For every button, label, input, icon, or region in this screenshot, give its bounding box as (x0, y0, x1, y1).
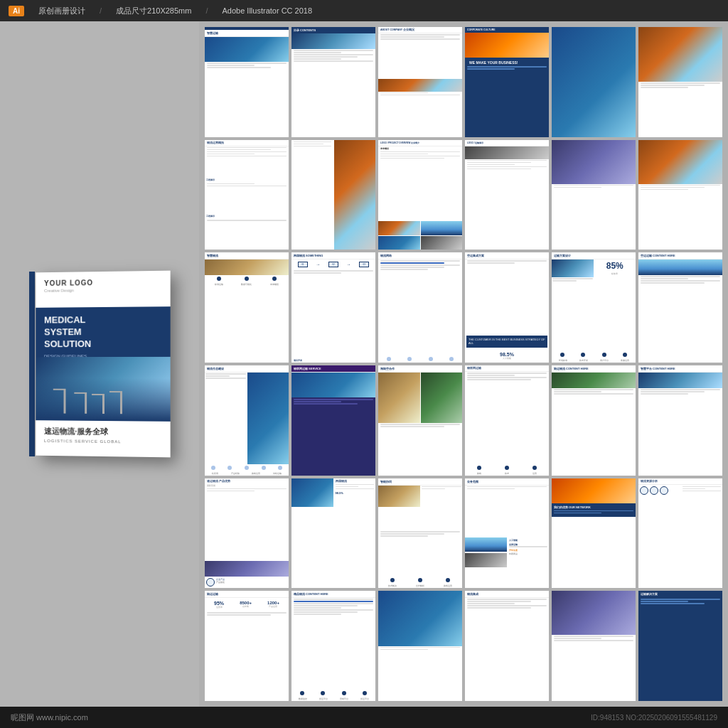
line (294, 146, 331, 147)
line (380, 158, 444, 159)
line (336, 486, 359, 488)
line (467, 168, 531, 170)
thumb-wuliu-yuny: 物流运营概括 工程展示 工程展示 (205, 140, 289, 250)
lines-17 (552, 277, 594, 283)
thumb-lines-27 (378, 530, 462, 577)
thumb-img-orange-train (552, 478, 636, 503)
col-19l (205, 373, 247, 464)
thumb-title-30: 物流资源分析 (638, 478, 722, 485)
line (682, 488, 706, 490)
icon-net-4 (449, 357, 454, 361)
fill-1-img (378, 591, 462, 646)
thumb-smart-logistics: 智慧物流 标准运输 数据可视化 未来畅想 (205, 252, 289, 363)
line (294, 58, 341, 60)
thumb-title-27: 智能协同 (378, 478, 462, 486)
flow-box-2: 02 (328, 262, 338, 267)
ai-logo: Ai (9, 6, 24, 16)
thumb-land-adv: 我们的优势 OUR NETWORK (552, 478, 636, 589)
thumb-title-4: CORPORATE CULTURE (465, 27, 549, 33)
thumb-lines-1 (205, 62, 289, 137)
thumb-title-17: 运输方案设计 (552, 252, 636, 259)
line (207, 147, 287, 149)
thumb-img-sky (638, 259, 722, 275)
two-col-8 (291, 140, 375, 250)
thumb-lines-2 (291, 49, 375, 137)
eco-l3: 路线运营 (252, 472, 260, 475)
thumb-lines-24 (638, 388, 722, 476)
divider-1: / (100, 6, 102, 15)
line (554, 391, 601, 392)
line (294, 60, 373, 62)
cover-logo: YOUR LOGO (44, 278, 161, 287)
col-28r: 人工智能 品质运输 开年生意 特惠商品 (508, 537, 550, 588)
icon-row-19 (205, 464, 289, 471)
thumb-section-label2: 工程展示 (205, 213, 289, 219)
two-col-28: 人工智能 品质运输 开年生意 特惠商品 (465, 537, 549, 588)
stat-block-31: 95% 运营率 (213, 599, 225, 610)
line (205, 373, 246, 375)
icon-p2 (321, 691, 325, 695)
fill-2-title: 物流集成 (465, 591, 549, 598)
icon-2 (245, 277, 249, 281)
line (641, 280, 720, 282)
thumb-img-container (552, 373, 636, 388)
cover-bottom: 速运物流·服务全球 LOGISTICS SERVICE GLOBAL (36, 420, 170, 457)
thumb-smart-platform: 智慧平台 CONTENT HERE (638, 365, 722, 476)
thumb-resource-analysis: 物流资源分析 (638, 478, 722, 589)
thumb-product-adv: 速运物流 产品优势 国际贸易 企业产品 产品描述 (205, 478, 289, 589)
icon-d3 (602, 353, 606, 357)
line (641, 389, 720, 390)
label-original: 原创画册设计 (38, 6, 85, 16)
crane-2 (85, 392, 87, 414)
thumb-title-23: 陆运物流 CONTENT HERE (552, 365, 636, 373)
col-17-right: 85% 标签率 (594, 259, 636, 351)
line (380, 262, 444, 264)
line (294, 144, 323, 145)
cl1: 技术解决 (388, 584, 397, 587)
icon-e4 (262, 466, 266, 470)
stat-98-2: 98.5% (334, 491, 376, 496)
thumb-air-solution: 空运集成方案 THE CUSTOMER IS THE BEST BUSINESS… (465, 252, 549, 363)
cover-logo-area: YOUR LOGO Creative Design (36, 271, 170, 308)
col-28l (465, 537, 507, 588)
right-panel: 智慧运输 目录 CONTENTS ABOUT COMPANY 企业 (199, 21, 728, 707)
line (641, 391, 705, 392)
top-bar: Ai 原创画册设计 / 成品尺寸210X285mm / Adobe Illust… (0, 0, 728, 21)
line (554, 187, 601, 188)
line (552, 278, 593, 279)
line (207, 149, 271, 151)
biz-text-4: 特惠商品 (508, 552, 550, 555)
line (380, 267, 444, 268)
grid-img-4 (421, 236, 463, 250)
circle-icon-1 (206, 578, 215, 587)
thumb-title-7: 物流运营概括 (205, 140, 289, 146)
line (380, 269, 428, 270)
icon-e1 (211, 466, 215, 470)
thumb-img-truck (378, 79, 462, 92)
thumb-section-label: 工程展示 (205, 177, 289, 183)
line (380, 34, 460, 36)
icon-d4 (623, 353, 627, 357)
line (207, 156, 287, 157)
thumb-transport-design: 运输方案设计 85% 标签率 (552, 252, 636, 363)
line (207, 612, 287, 614)
thumb-lines-7 (205, 146, 289, 177)
line (554, 510, 633, 512)
thumb-img-corporate (465, 33, 549, 58)
thumb-lines-r2c6 (638, 184, 722, 250)
thumb-grid-9 (378, 221, 462, 250)
thumb-about: ABOUT COMPANY 企业概况 (378, 27, 462, 137)
cover-chinese-title: 速运物流·服务全球 (44, 426, 161, 438)
line (641, 276, 720, 277)
line (467, 605, 547, 606)
circles-30 (638, 485, 680, 496)
two-col-26: 跨国物流 98.5% (291, 478, 375, 589)
label-software: Adobe Illustrator CC 2018 (223, 6, 313, 15)
thumb-lines-15 (378, 259, 462, 355)
line (682, 486, 722, 488)
thumb-corporate: CORPORATE CULTURE WE MAKE YOUR BUSINESS! (465, 27, 549, 137)
line (467, 601, 531, 602)
thumb-lines-22 (465, 372, 549, 464)
thumb-title-26: 跨国物流 (334, 478, 376, 484)
fill-4-lines (638, 597, 722, 701)
